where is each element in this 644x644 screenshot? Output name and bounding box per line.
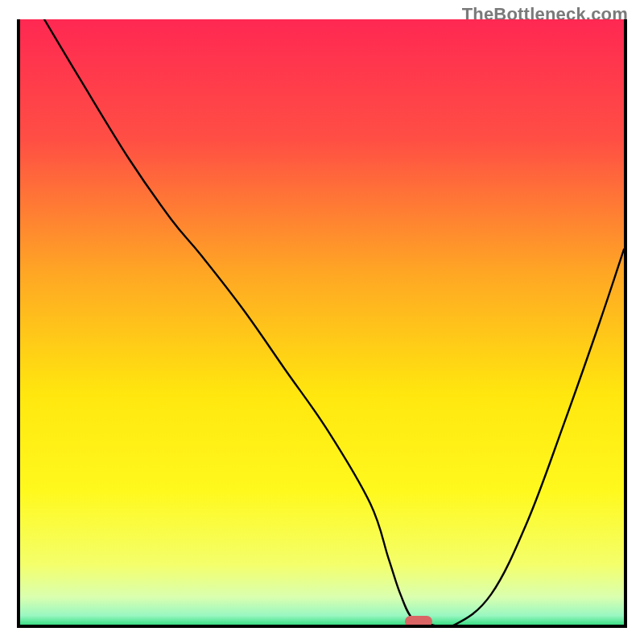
axes-frame [17,19,627,628]
